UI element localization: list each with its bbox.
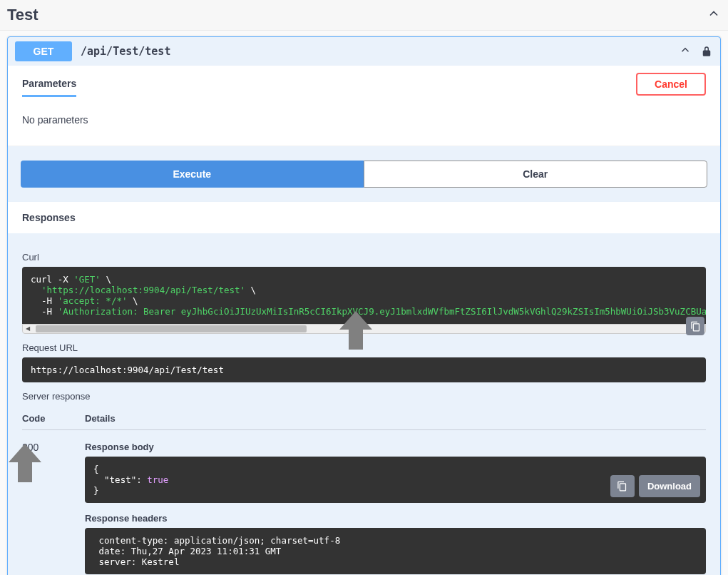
scrollbar-thumb[interactable] — [36, 325, 307, 332]
download-button[interactable]: Download — [639, 475, 700, 497]
chevron-up-icon — [707, 6, 721, 24]
parameters-header: Parameters Cancel — [8, 66, 720, 101]
parameters-title: Parameters — [22, 78, 76, 97]
response-body-label: Response body — [85, 442, 706, 452]
operation-summary[interactable]: GET /api/Test/test — [8, 37, 720, 66]
horizontal-scrollbar[interactable]: ◀ ▶ — [22, 324, 706, 334]
request-url-value: https://localhost:9904/api/Test/test — [22, 357, 706, 382]
code-column-header: Code — [22, 413, 85, 424]
server-response-label: Server response — [22, 391, 706, 402]
tag-title: Test — [7, 6, 39, 24]
execute-row: Execute Clear — [8, 146, 720, 202]
curl-command: curl -X 'GET' \ 'https://localhost:9904/… — [22, 267, 706, 324]
clear-button[interactable]: Clear — [364, 161, 708, 188]
response-headers-label: Response headers — [85, 513, 706, 524]
curl-label: Curl — [22, 252, 706, 263]
response-area: Curl curl -X 'GET' \ 'https://localhost:… — [8, 233, 720, 575]
status-code: 200 — [22, 442, 85, 574]
operation-block: GET /api/Test/test Parameters Cancel No … — [7, 36, 721, 575]
cancel-button[interactable]: Cancel — [636, 73, 706, 96]
no-parameters-text: No parameters — [8, 101, 720, 146]
copy-curl-button[interactable] — [686, 317, 704, 335]
responses-title: Responses — [8, 202, 720, 233]
details-column-header: Details — [85, 413, 706, 424]
method-badge: GET — [15, 41, 72, 61]
endpoint-path: /api/Test/test — [81, 45, 679, 58]
request-url-label: Request URL — [22, 342, 706, 353]
chevron-up-icon — [679, 44, 692, 59]
response-row: 200 Response body { "test": true } Downl… — [22, 442, 706, 574]
lock-icon[interactable] — [700, 45, 713, 58]
copy-body-button[interactable] — [610, 475, 635, 497]
tag-header[interactable]: Test — [0, 0, 728, 31]
execute-button[interactable]: Execute — [21, 161, 364, 188]
response-headers: content-type: application/json; charset=… — [85, 528, 706, 574]
